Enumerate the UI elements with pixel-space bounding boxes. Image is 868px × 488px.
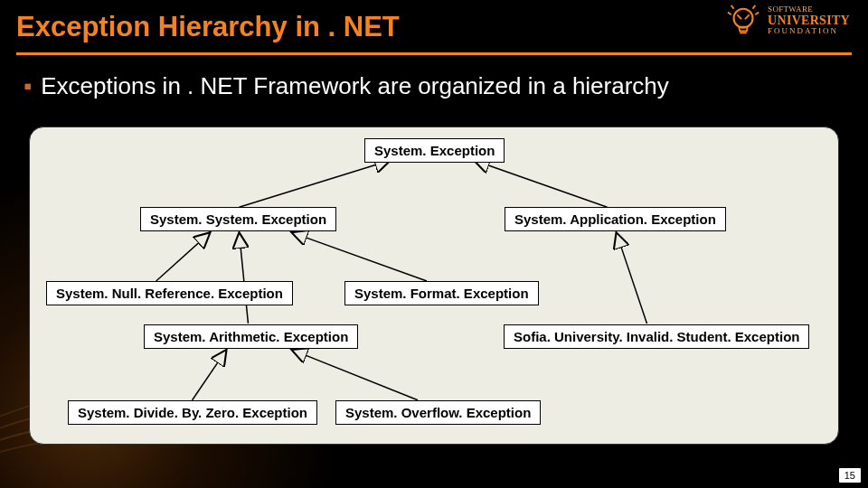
svg-line-8	[193, 350, 227, 400]
brand-line2: UNIVERSITY	[768, 14, 850, 28]
body-bullet: ▪Exceptions in . NET Framework are organ…	[24, 72, 844, 100]
lightbulb-icon	[726, 4, 760, 38]
node-app-exc: System. Application. Exception	[505, 207, 726, 231]
svg-line-3	[474, 160, 608, 207]
node-overflow: System. Overflow. Exception	[335, 400, 541, 425]
svg-line-2	[239, 160, 391, 207]
svg-line-9	[291, 350, 418, 400]
node-arithmetic: System. Arithmetic. Exception	[144, 324, 358, 349]
page-number: 15	[839, 468, 861, 483]
slide: Exception Hierarchy in . NET SOFTWARE UN…	[0, 0, 868, 488]
brand-line3: FOUNDATION	[768, 27, 850, 35]
bullet-glyph: ▪	[24, 72, 32, 99]
node-format: System. Format. Exception	[344, 281, 539, 305]
svg-line-7	[617, 232, 647, 324]
svg-line-4	[156, 232, 211, 281]
svg-line-6	[291, 232, 427, 281]
node-system-exc: System. System. Exception	[140, 207, 336, 231]
svg-line-5	[239, 232, 248, 324]
node-exception: System. Exception	[364, 138, 505, 163]
body-text-content: Exceptions in . NET Framework are organi…	[41, 72, 669, 99]
svg-point-0	[734, 9, 753, 28]
node-nullref: System. Null. Reference. Exception	[46, 281, 293, 305]
brand-logo: SOFTWARE UNIVERSITY FOUNDATION	[726, 4, 850, 38]
node-divzero: System. Divide. By. Zero. Exception	[68, 400, 317, 425]
node-invalidstudent: Sofia. University. Invalid. Student. Exc…	[504, 324, 809, 349]
hierarchy-diagram: System. Exception System. System. Except…	[29, 127, 839, 445]
brand-text: SOFTWARE UNIVERSITY FOUNDATION	[768, 5, 850, 36]
